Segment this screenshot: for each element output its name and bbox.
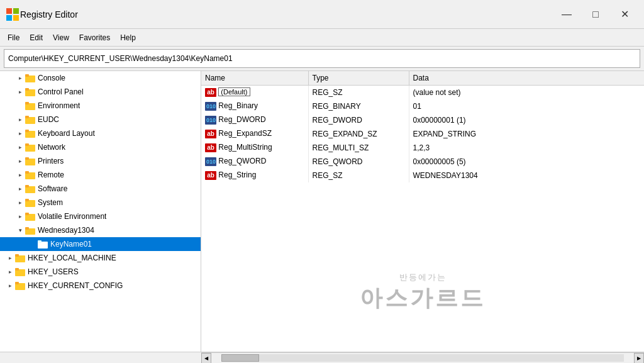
value-name-cell: ab Reg_String <box>201 169 308 182</box>
svg-rect-27 <box>25 227 29 230</box>
tree-label-hkey-users: HKEY_USERS <box>28 267 79 276</box>
value-name-text: Reg_Binary <box>218 101 258 110</box>
svg-rect-1 <box>13 8 19 14</box>
tree-item-hkey-users[interactable]: ▸ HKEY_USERS <box>0 265 201 279</box>
table-row[interactable]: 010 Reg_DWORDREG_DWORD0x00000001 (1) <box>201 113 644 127</box>
tree-item-network[interactable]: ▸ Network <box>0 140 201 154</box>
svg-rect-13 <box>25 130 29 132</box>
table-row[interactable]: 010 Reg_QWORDREG_QWORD0x00000005 (5) <box>201 155 644 169</box>
svg-rect-33 <box>15 268 19 271</box>
tree-arrow-wednesday1304: ▾ <box>15 225 25 235</box>
value-type-cell: REG_MULTI_SZ <box>308 141 409 155</box>
tree-label-wednesday1304: Wednesday1304 <box>38 226 94 235</box>
default-value-label: (Default) <box>218 87 250 96</box>
tree-item-printers[interactable]: ▸ Printers <box>0 154 201 168</box>
tree-label-system: System <box>38 198 63 207</box>
horizontal-scrollbar[interactable]: ◀ ▶ <box>201 352 644 363</box>
tree-arrow-hkey-local-machine: ▸ <box>5 253 15 263</box>
tree-item-control-panel[interactable]: ▸ Control Panel <box>0 85 201 99</box>
tree-arrow-hkey-users: ▸ <box>5 267 15 277</box>
tree-item-wednesday1304[interactable]: ▾ Wednesday1304 <box>0 223 201 237</box>
menu-file[interactable]: File <box>3 31 25 45</box>
tree-item-software[interactable]: ▸ Software <box>0 182 201 196</box>
value-type-cell: REG_SZ <box>308 169 409 182</box>
tree-label-eudc: EUDC <box>38 115 59 124</box>
value-name-text: Reg_MultiString <box>218 143 272 152</box>
table-row[interactable]: ab Reg_MultiStringREG_MULTI_SZ1,2,3 <box>201 141 644 155</box>
folder-icon-control-panel <box>25 87 35 96</box>
svg-rect-15 <box>25 143 29 146</box>
col-header-type: Type <box>308 71 409 86</box>
registry-table: Name Type Data ab (Default)REG_SZ(value … <box>201 71 644 182</box>
tree-item-environment[interactable]: Environment <box>0 99 201 113</box>
col-header-name: Name <box>201 71 308 86</box>
value-type-icon: ab <box>205 143 218 152</box>
hscroll-thumb[interactable] <box>221 354 259 362</box>
values-panel: Name Type Data ab (Default)REG_SZ(value … <box>201 71 644 352</box>
value-name-cell: 010 Reg_QWORD <box>201 155 308 169</box>
svg-rect-11 <box>25 116 29 118</box>
value-data-cell: WEDNESDAY1304 <box>409 169 644 182</box>
tree-item-system[interactable]: ▸ System <box>0 196 201 209</box>
table-row[interactable]: ab (Default)REG_SZ(value not set) <box>201 86 644 99</box>
tree-label-software: Software <box>38 184 67 193</box>
svg-rect-2 <box>6 15 12 21</box>
svg-rect-23 <box>25 199 29 201</box>
minimize-button[interactable]: — <box>552 4 581 25</box>
hscroll-track[interactable] <box>221 354 624 362</box>
tree-label-network: Network <box>38 143 65 152</box>
value-data-cell: EXPAND_STRING <box>409 127 644 141</box>
folder-icon-system <box>25 198 35 207</box>
values-table[interactable]: Name Type Data ab (Default)REG_SZ(value … <box>201 71 644 352</box>
menu-favorites[interactable]: Favorites <box>74 31 115 45</box>
ab-icon: ab <box>205 88 216 97</box>
table-row[interactable]: 010 Reg_BinaryREG_BINARY01 <box>201 99 644 113</box>
tree-item-volatile-env[interactable]: ▸ Volatile Environment <box>0 209 201 223</box>
address-bar[interactable]: Computer\HKEY_CURRENT_USER\Wednesday1304… <box>4 49 640 68</box>
menu-view[interactable]: View <box>48 31 74 45</box>
tree-item-remote[interactable]: ▸ Remote <box>0 168 201 182</box>
tree-arrow-software: ▸ <box>15 184 25 194</box>
tree-label-hkey-local-machine: HKEY_LOCAL_MACHINE <box>28 254 116 262</box>
menu-edit[interactable]: Edit <box>25 31 48 45</box>
value-data-cell: 1,2,3 <box>409 141 644 155</box>
window-title: Registry Editor <box>20 9 552 20</box>
table-row[interactable]: ab Reg_StringREG_SZWEDNESDAY1304 <box>201 169 644 182</box>
svg-rect-0 <box>6 8 12 14</box>
ab-icon: ab <box>205 130 216 138</box>
hscroll-right-button[interactable]: ▶ <box>634 353 644 364</box>
tree-item-eudc[interactable]: ▸ EUDC <box>0 113 201 126</box>
tree-item-keyboard-layout[interactable]: ▸ Keyboard Layout <box>0 126 201 140</box>
value-name-text: Reg_ExpandSZ <box>218 129 272 138</box>
tree-item-hkey-current-config[interactable]: ▸ HKEY_CURRENT_CONFIG <box>0 279 201 293</box>
close-button[interactable]: ✕ <box>610 4 639 25</box>
menu-help[interactable]: Help <box>115 31 141 45</box>
value-type-icon: 010 <box>205 101 218 110</box>
tree-item-hkey-local-machine[interactable]: ▸ HKEY_LOCAL_MACHINE <box>0 251 201 265</box>
tree-item-keyname01[interactable]: KeyName01 <box>0 237 201 251</box>
maximize-button[interactable]: □ <box>581 4 610 25</box>
value-type-icon: 010 <box>205 115 218 124</box>
svg-rect-3 <box>13 15 19 21</box>
tree-label-console: Console <box>38 74 65 82</box>
tree-item-console[interactable]: ▸ Console <box>0 71 201 85</box>
value-type-cell: REG_DWORD <box>308 113 409 127</box>
value-name-cell: 010 Reg_Binary <box>201 99 308 113</box>
folder-icon-keyboard-layout <box>25 129 35 138</box>
value-data-cell: 0x00000005 (5) <box>409 155 644 169</box>
tree-label-remote: Remote <box>38 170 64 179</box>
svg-rect-7 <box>25 88 29 91</box>
folder-icon-remote <box>25 170 35 179</box>
tree-label-environment: Environment <box>38 101 80 110</box>
svg-rect-31 <box>15 254 19 257</box>
tree-panel[interactable]: ▸ Console▸ Control Panel Environment▸ EU… <box>0 71 201 352</box>
address-text: Computer\HKEY_CURRENT_USER\Wednesday1304… <box>8 54 233 63</box>
tree-label-volatile-env: Volatile Environment <box>38 212 106 221</box>
col-header-data: Data <box>409 71 644 86</box>
value-name-text: Reg_QWORD <box>218 157 266 165</box>
table-row[interactable]: ab Reg_ExpandSZREG_EXPAND_SZEXPAND_STRIN… <box>201 127 644 141</box>
menu-bar: File Edit View Favorites Help <box>0 29 644 47</box>
hscroll-left-button[interactable]: ◀ <box>201 353 211 364</box>
folder-icon-hkey-local-machine <box>15 254 25 262</box>
value-name-cell: ab (Default) <box>201 86 308 99</box>
